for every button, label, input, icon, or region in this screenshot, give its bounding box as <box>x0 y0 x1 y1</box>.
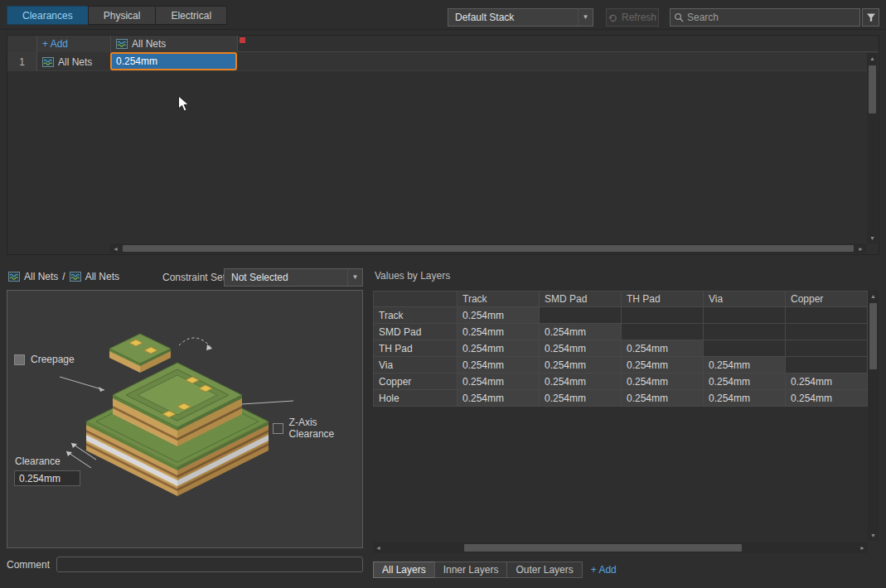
scroll-up-icon[interactable]: ▲ <box>867 53 878 64</box>
matrix-cell[interactable]: 0.254mm <box>540 390 622 407</box>
matrix-cell[interactable]: 0.254mm <box>540 340 622 357</box>
chevron-down-icon: ▼ <box>578 9 593 26</box>
values-by-layers-title: Values by Layers <box>375 270 450 282</box>
stack-selector-value: Default Stack <box>448 12 578 23</box>
scroll-down-icon[interactable]: ▼ <box>868 530 879 541</box>
matrix-cell[interactable]: 0.254mm <box>786 390 868 407</box>
net-icon <box>42 57 54 67</box>
net-icon <box>70 272 81 282</box>
matrix-column-header: SMD Pad <box>540 292 622 307</box>
scroll-up-icon[interactable]: ▲ <box>868 291 879 301</box>
scope-left-label: All Nets <box>24 271 58 282</box>
tab-physical[interactable]: Physical <box>88 6 157 25</box>
tab-outer-layers[interactable]: Outer Layers <box>506 561 582 578</box>
scroll-right-icon[interactable]: ► <box>857 542 868 553</box>
matrix-cell[interactable]: 0.254mm <box>458 357 540 374</box>
scrollbar-thumb[interactable] <box>464 544 742 552</box>
grid-corner-cell <box>7 36 37 52</box>
matrix-row-label: SMD Pad <box>374 324 458 340</box>
scroll-left-icon[interactable]: ◄ <box>373 542 384 553</box>
creepage-checkbox[interactable] <box>14 354 25 365</box>
matrix-cell[interactable]: 0.254mm <box>704 390 786 407</box>
net-icon <box>8 272 20 282</box>
scroll-left-icon[interactable]: ◄ <box>110 243 121 253</box>
rules-grid: + Add All Nets 1 All Nets 0.254mm <box>7 35 879 255</box>
matrix-cell <box>786 307 868 324</box>
matrix-cell[interactable]: 0.254mm <box>786 374 868 390</box>
matrix-column-header: Track <box>458 292 540 307</box>
matrix-cell[interactable]: 0.254mm <box>458 307 540 324</box>
search-input[interactable] <box>684 12 856 23</box>
scroll-down-icon[interactable]: ▼ <box>867 233 878 243</box>
matrix-cell[interactable]: 0.254mm <box>704 357 786 374</box>
search-icon <box>674 12 684 22</box>
rules-grid-vertical-scrollbar[interactable]: ▲ ▼ <box>867 53 878 243</box>
matrix-row-label: Via <box>374 357 458 374</box>
matrix-row-label: TH Pad <box>374 340 458 357</box>
clearance-detail-box: Creepage Z-Axis Clearance Clearance <box>7 290 363 548</box>
matrix-cell <box>704 324 786 340</box>
add-rule-button[interactable]: + Add <box>37 36 111 52</box>
matrix-cell <box>786 324 868 340</box>
rule-net-label: All Nets <box>58 56 92 68</box>
clearances-rules-panel: Clearances Physical Electrical Default S… <box>0 0 886 588</box>
matrix-column-header: TH Pad <box>622 292 704 307</box>
comment-input[interactable] <box>56 557 363 572</box>
rule-category-tabs: Clearances Physical Electrical <box>7 6 227 25</box>
filter-button[interactable] <box>862 8 879 27</box>
top-toolbar: Clearances Physical Electrical Default S… <box>0 0 886 30</box>
filter-funnel-icon <box>866 12 876 22</box>
stack-selector-dropdown[interactable]: Default Stack ▼ <box>448 8 593 27</box>
row-number: 1 <box>7 52 37 71</box>
matrix-corner-cell <box>374 292 458 307</box>
matrix-horizontal-scrollbar[interactable]: ◄ ► <box>373 542 868 553</box>
tab-clearances[interactable]: Clearances <box>7 6 89 25</box>
comment-label: Comment <box>7 559 50 571</box>
rule-net-scope[interactable]: All Nets <box>37 52 111 71</box>
search-box <box>670 8 860 27</box>
matrix-cell <box>622 307 704 324</box>
matrix-cell <box>540 307 622 324</box>
matrix-cell[interactable]: 0.254mm <box>622 390 704 407</box>
matrix-cell[interactable]: 0.254mm <box>622 374 704 390</box>
matrix-cell[interactable]: 0.254mm <box>458 324 540 340</box>
values-by-layers-matrix: Track SMD Pad TH Pad Via Copper Track 0.… <box>373 291 868 407</box>
scrollbar-thumb[interactable] <box>123 245 854 252</box>
scroll-right-icon[interactable]: ► <box>855 243 866 253</box>
matrix-column-header: Copper <box>786 292 868 307</box>
refresh-button[interactable]: Refresh <box>606 8 659 27</box>
net-scope-column-header[interactable]: All Nets <box>111 36 238 52</box>
matrix-cell[interactable]: 0.254mm <box>540 374 622 390</box>
matrix-cell[interactable]: 0.254mm <box>458 374 540 390</box>
matrix-cell <box>622 324 704 340</box>
matrix-cell[interactable]: 0.254mm <box>704 374 786 390</box>
pcb-stack-illustration <box>53 297 302 504</box>
layer-scope-tabs: All Layers Inner Layers Outer Layers + A… <box>373 561 617 578</box>
matrix-row-label: Track <box>374 307 458 324</box>
matrix-cell[interactable]: 0.254mm <box>622 340 704 357</box>
refresh-label: Refresh <box>622 12 656 23</box>
matrix-cell[interactable]: 0.254mm <box>622 357 704 374</box>
net-icon <box>116 39 128 49</box>
matrix-vertical-scrollbar[interactable]: ▲ ▼ <box>868 291 879 541</box>
error-indicator <box>240 37 245 43</box>
matrix-cell[interactable]: 0.254mm <box>458 390 540 407</box>
rule-scope-breadcrumb: All Nets / All Nets <box>8 269 119 284</box>
tab-electrical[interactable]: Electrical <box>155 6 227 25</box>
rule-row[interactable]: 1 All Nets 0.254mm <box>7 52 879 71</box>
scrollbar-thumb[interactable] <box>869 303 877 369</box>
constraint-set-dropdown[interactable]: Not Selected ▼ <box>224 268 363 287</box>
add-layer-tab-button[interactable]: + Add <box>591 564 617 576</box>
scope-right-label: All Nets <box>85 271 119 282</box>
rules-grid-horizontal-scrollbar[interactable]: ◄ ► <box>110 243 866 253</box>
constraint-set-value: Not Selected <box>225 272 347 283</box>
matrix-cell[interactable]: 0.254mm <box>540 357 622 374</box>
matrix-cell[interactable]: 0.254mm <box>540 324 622 340</box>
matrix-cell[interactable]: 0.254mm <box>458 340 540 357</box>
tab-inner-layers[interactable]: Inner Layers <box>434 561 508 578</box>
selected-clearance-cell[interactable]: 0.254mm <box>110 52 237 70</box>
chevron-down-icon: ▼ <box>347 269 362 286</box>
tab-all-layers[interactable]: All Layers <box>373 561 435 578</box>
matrix-column-header: Via <box>704 292 786 307</box>
scrollbar-thumb[interactable] <box>869 65 876 113</box>
